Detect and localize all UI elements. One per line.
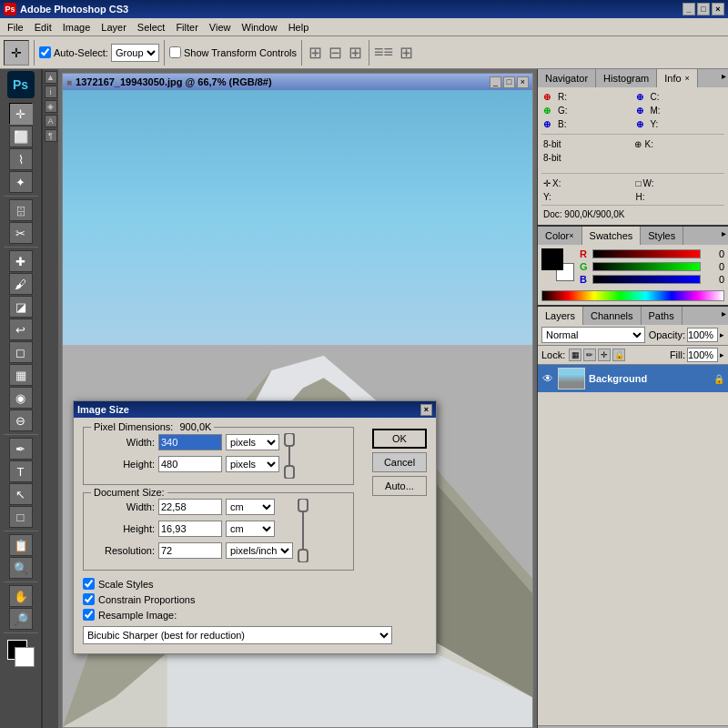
spacer bbox=[541, 166, 724, 169]
color-panel-menu[interactable]: ▸ bbox=[720, 227, 728, 245]
lock-move-button[interactable]: ✛ bbox=[598, 349, 611, 361]
foreground-color-box[interactable] bbox=[541, 248, 563, 270]
tab-styles[interactable]: Styles bbox=[641, 227, 683, 245]
crop-tool[interactable]: ⌹ bbox=[9, 199, 33, 221]
info-panel-menu[interactable]: ▸ bbox=[720, 69, 728, 87]
nav-para-button[interactable]: ¶ bbox=[45, 129, 57, 142]
doc-close-button[interactable]: × bbox=[517, 76, 529, 88]
tab-navigator[interactable]: Navigator bbox=[538, 69, 596, 87]
color-boxes[interactable] bbox=[7, 640, 35, 667]
menu-file[interactable]: File bbox=[2, 21, 29, 34]
doc-maximize-button[interactable]: □ bbox=[503, 76, 515, 88]
menu-window[interactable]: Window bbox=[237, 21, 283, 34]
scale-styles-checkbox[interactable] bbox=[83, 578, 95, 590]
slice-tool[interactable]: ✂ bbox=[9, 222, 33, 244]
show-transform-checkbox[interactable] bbox=[169, 46, 181, 58]
brush-tool[interactable]: 🖌 bbox=[9, 273, 33, 295]
doc-width-unit[interactable]: cm inches mm bbox=[226, 499, 275, 515]
eraser-tool[interactable]: ◻ bbox=[9, 341, 33, 363]
opacity-arrow[interactable]: ▸ bbox=[720, 330, 724, 339]
tab-swatches[interactable]: Swatches bbox=[582, 227, 642, 245]
history-brush-tool[interactable]: ↩ bbox=[9, 318, 33, 340]
menu-image[interactable]: Image bbox=[57, 21, 96, 34]
window-controls[interactable]: _ □ × bbox=[682, 3, 724, 15]
nav-color-button[interactable]: ◈ bbox=[45, 100, 57, 113]
marquee-tool[interactable]: ⬜ bbox=[9, 126, 33, 147]
doc-height-unit[interactable]: cm inches mm bbox=[226, 521, 275, 537]
tool-divider-2 bbox=[4, 247, 38, 248]
tab-color[interactable]: Color × bbox=[538, 227, 582, 245]
color-spectrum-bar[interactable] bbox=[541, 290, 724, 301]
pixel-width-input[interactable] bbox=[158, 434, 222, 450]
heal-tool[interactable]: ✚ bbox=[9, 250, 33, 272]
lock-transparent-button[interactable]: ▦ bbox=[569, 349, 581, 361]
ok-button[interactable]: OK bbox=[372, 429, 427, 449]
zoom-tool[interactable]: 🔎 bbox=[9, 608, 33, 630]
auto-select-checkbox[interactable] bbox=[39, 46, 51, 58]
menu-help[interactable]: Help bbox=[283, 21, 315, 34]
tab-paths[interactable]: Paths bbox=[642, 307, 682, 325]
blend-mode-dropdown[interactable]: Normal bbox=[541, 327, 645, 343]
auto-button[interactable]: Auto... bbox=[372, 476, 427, 496]
doc-width-input[interactable] bbox=[158, 499, 222, 515]
resample-image-checkbox[interactable] bbox=[83, 609, 95, 621]
hand-tool[interactable]: ✋ bbox=[9, 585, 33, 607]
nav-info-button[interactable]: i bbox=[45, 86, 57, 98]
dodge-tool[interactable]: ⊖ bbox=[9, 410, 33, 431]
minimize-button[interactable]: _ bbox=[682, 3, 695, 15]
lasso-tool[interactable]: ⌇ bbox=[9, 148, 33, 170]
text-tool[interactable]: T bbox=[9, 460, 33, 482]
color-fg-bg-boxes[interactable] bbox=[541, 248, 574, 281]
move-tool[interactable]: ✛ bbox=[9, 103, 33, 125]
gradient-tool[interactable]: ▦ bbox=[9, 364, 33, 386]
tab-channels[interactable]: Channels bbox=[583, 307, 641, 325]
dialog-close-button[interactable]: × bbox=[420, 404, 432, 416]
magic-wand-tool[interactable]: ✦ bbox=[9, 171, 33, 193]
lock-paint-button[interactable]: ✏ bbox=[583, 349, 596, 361]
menu-view[interactable]: View bbox=[204, 21, 237, 34]
auto-select-dropdown[interactable]: Group Layer bbox=[111, 44, 159, 62]
layers-panel-menu[interactable]: ▸ bbox=[720, 307, 728, 325]
move-tool-button[interactable]: ✛ bbox=[4, 40, 29, 66]
cancel-button[interactable]: Cancel bbox=[372, 452, 427, 472]
fill-input[interactable] bbox=[687, 348, 718, 362]
path-select-tool[interactable]: ↖ bbox=[9, 483, 33, 505]
pixel-width-unit[interactable]: pixels percent bbox=[226, 434, 279, 450]
lock-all-button[interactable]: 🔒 bbox=[612, 349, 625, 361]
doc-height-input[interactable] bbox=[158, 521, 222, 537]
stamp-tool[interactable]: ◪ bbox=[9, 296, 33, 318]
tab-histogram[interactable]: Histogram bbox=[596, 69, 657, 87]
layer-visibility-toggle[interactable]: 👁 bbox=[541, 372, 554, 385]
document-window-controls[interactable]: _ □ × bbox=[490, 76, 529, 88]
eyedropper-tool[interactable]: 🔍 bbox=[9, 557, 33, 579]
tab-info[interactable]: Info × bbox=[657, 69, 698, 87]
b-slider-track[interactable] bbox=[592, 275, 701, 284]
close-button[interactable]: × bbox=[712, 3, 724, 15]
pen-tool[interactable]: ✒ bbox=[9, 438, 33, 460]
tab-layers[interactable]: Layers bbox=[538, 307, 583, 325]
nav-up-button[interactable]: ▲ bbox=[45, 71, 57, 84]
resolution-input[interactable] bbox=[158, 542, 222, 559]
shape-tool[interactable]: □ bbox=[9, 506, 33, 528]
opacity-input[interactable] bbox=[687, 328, 718, 342]
resample-method-dropdown[interactable]: Bicubic Sharper (best for reduction) Bic… bbox=[83, 626, 392, 644]
notes-tool[interactable]: 📋 bbox=[9, 534, 33, 556]
menu-filter[interactable]: Filter bbox=[170, 21, 203, 34]
g-slider-track[interactable] bbox=[592, 262, 701, 271]
layer-background[interactable]: 👁 Background 🔒 bbox=[538, 365, 728, 392]
constrain-proportions-checkbox[interactable] bbox=[83, 593, 95, 605]
blur-tool[interactable]: ◉ bbox=[9, 387, 33, 409]
pixel-height-input[interactable] bbox=[158, 456, 222, 472]
fill-arrow[interactable]: ▸ bbox=[720, 350, 724, 359]
maximize-button[interactable]: □ bbox=[697, 3, 710, 15]
menu-select[interactable]: Select bbox=[132, 21, 171, 34]
menu-edit[interactable]: Edit bbox=[29, 21, 57, 34]
nav-text-button[interactable]: A bbox=[45, 115, 57, 127]
resolution-unit[interactable]: pixels/inch pixels/cm bbox=[226, 542, 293, 559]
r-slider-track[interactable] bbox=[592, 249, 701, 258]
image-size-dialog[interactable]: Image Size × OK Cancel Auto... Pixel Dim… bbox=[73, 400, 437, 654]
background-color[interactable] bbox=[15, 647, 35, 667]
pixel-height-unit[interactable]: pixels percent bbox=[226, 456, 279, 472]
menu-layer[interactable]: Layer bbox=[96, 21, 132, 34]
doc-minimize-button[interactable]: _ bbox=[490, 76, 501, 88]
